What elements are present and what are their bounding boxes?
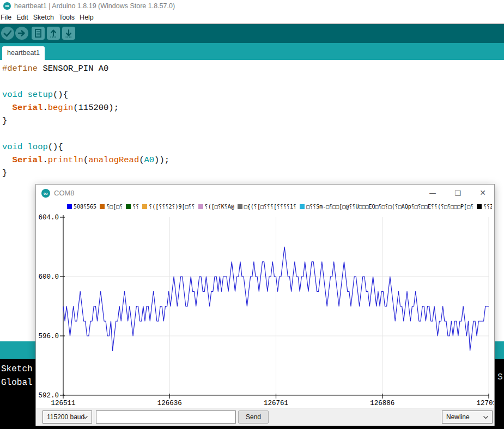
legend-item: ⸮⸮Z [477, 204, 492, 210]
plotter-titlebar[interactable]: ∞ COM8 — ❑ ✕ [36, 185, 494, 202]
code-line: Serial.println(analogRead(A0)); [2, 154, 169, 167]
window-title: heartbeat1 | Arduino 1.8.19 (Windows Sto… [14, 2, 175, 10]
verify-button[interactable] [1, 27, 14, 40]
menu-item-sketch[interactable]: Sketch [33, 13, 54, 22]
arduino-logo-icon: ∞ [41, 189, 50, 198]
code-lines: #define SENSOR_PIN A0 void setup(){ Seri… [2, 62, 169, 180]
check-icon [1, 27, 14, 40]
console-fragment: S [497, 371, 503, 384]
legend-item: □{(⸮[□⸮⸮⸮[⸮⸮⸮⸮1⸮ [238, 204, 296, 210]
svg-text:126636: 126636 [157, 400, 182, 407]
upload-button[interactable] [15, 27, 28, 40]
tab-heartbeat1[interactable]: heartbeat1 [2, 46, 45, 60]
legend-item: ⸮([⸮⸮⸮2⸮)9[□⸮⸮ [142, 204, 195, 210]
minimize-button[interactable]: — [420, 185, 445, 201]
open-sketch-button[interactable] [47, 27, 60, 40]
line-ending-select[interactable]: Newline [442, 410, 493, 424]
legend-swatch-icon [477, 204, 482, 209]
legend-item: □⸮⸮Sm-□⸮□□[□@⸮⸮U□□□EQ□⸮□⸮□(⸮□AQp⸮□⸮□□E⸮⸮… [300, 204, 473, 210]
menu-item-tools[interactable]: Tools [59, 13, 75, 22]
legend-swatch-icon [300, 204, 305, 209]
code-line: void loop(){ [2, 140, 169, 154]
arrow-up-tray-icon [47, 27, 60, 40]
svg-text:126886: 126886 [370, 400, 394, 407]
legend-item: ⸮□[□⸮ [100, 204, 123, 210]
save-sketch-button[interactable] [62, 27, 75, 40]
legend-item: ⸮([□⸮K⸮A@ [198, 204, 234, 210]
menu-item-file[interactable]: File [1, 13, 11, 22]
menu-bar: FileEditSketchToolsHelp [0, 12, 504, 23]
maximize-button[interactable]: ❑ [445, 185, 470, 201]
document-icon [32, 27, 45, 40]
legend-swatch-icon [67, 204, 72, 209]
legend-swatch-icon [100, 204, 105, 209]
new-sketch-button[interactable] [32, 27, 45, 40]
svg-text:596.0: 596.0 [38, 333, 59, 340]
window-titlebar: ∞ heartbeat1 | Arduino 1.8.19 (Windows S… [0, 0, 504, 12]
svg-text:126511: 126511 [51, 400, 75, 407]
code-line [2, 75, 169, 88]
code-line: Serial.begin(115200); [2, 101, 169, 114]
close-button[interactable]: ✕ [470, 185, 495, 201]
chevron-down-icon [483, 416, 488, 419]
console-line: Global [1, 376, 33, 390]
legend-swatch-icon [142, 204, 147, 209]
chevron-down-icon [83, 416, 88, 419]
baud-rate-value: 115200 baud [47, 413, 84, 421]
code-line: void setup(){ [2, 88, 169, 101]
svg-text:126761: 126761 [264, 400, 288, 407]
console-text: SketchGlobal [1, 363, 33, 390]
plotter-controls: 115200 baud Send Newline [36, 408, 494, 426]
code-line [2, 127, 169, 140]
code-line: #define SENSOR_PIN A0 [2, 62, 169, 75]
plot-legend: 508⸮565⸮□[□⸮⸮⸮⸮([⸮⸮⸮2⸮)9[□⸮⸮⸮([□⸮K⸮A@□{(… [67, 204, 492, 211]
svg-text:592.0: 592.0 [38, 392, 59, 400]
legend-swatch-icon [126, 204, 131, 209]
code-line: } [2, 167, 169, 180]
line-ending-value: Newline [446, 413, 470, 421]
baud-rate-select[interactable]: 115200 baud [42, 410, 92, 424]
legend-swatch-icon [238, 204, 242, 209]
console-line: Sketch [1, 363, 33, 376]
svg-text:127011: 127011 [476, 400, 494, 407]
serial-send-input[interactable] [96, 410, 236, 424]
svg-text:600.0: 600.0 [38, 273, 59, 281]
arduino-logo-icon: ∞ [3, 2, 11, 10]
send-button[interactable]: Send [238, 410, 269, 424]
legend-item: ⸮⸮ [126, 204, 139, 210]
svg-text:604.0: 604.0 [38, 214, 59, 222]
menu-item-help[interactable]: Help [80, 13, 94, 22]
right-arrow-icon [15, 27, 28, 40]
plotter-chart-svg: 592.0596.0600.0604.012651112663612676112… [36, 212, 494, 408]
plotter-title: COM8 [54, 189, 75, 197]
arrow-down-tray-icon [62, 27, 75, 40]
legend-swatch-icon [198, 204, 203, 209]
tab-bar: heartbeat1 [0, 43, 504, 60]
toolbar [0, 24, 504, 43]
arduino-ide-window: ∞ heartbeat1 | Arduino 1.8.19 (Windows S… [0, 0, 504, 429]
menu-item-edit[interactable]: Edit [16, 13, 28, 22]
serial-plotter-window: ∞ COM8 — ❑ ✕ 508⸮565⸮□[□⸮⸮⸮⸮([⸮⸮⸮2⸮)9[□⸮… [35, 184, 495, 426]
legend-item: 508⸮565 [67, 204, 96, 210]
code-line: } [2, 114, 169, 127]
